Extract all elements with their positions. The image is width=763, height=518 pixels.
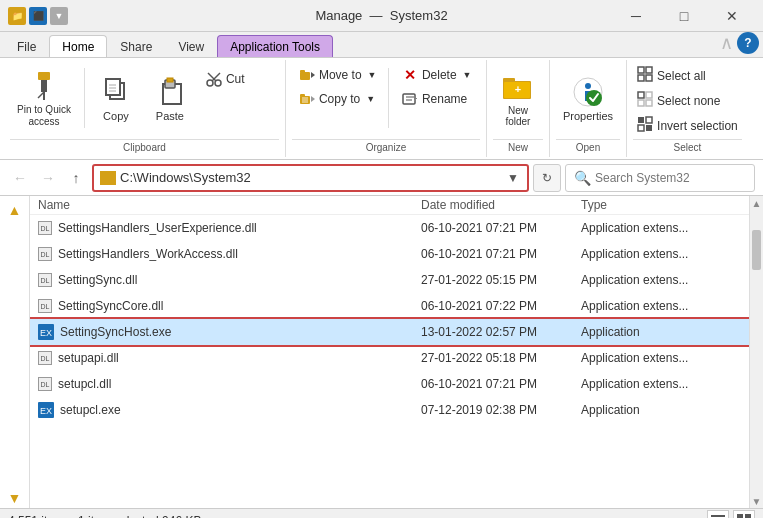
svg-text:EX: EX [40, 406, 52, 416]
scroll-down-btn[interactable]: ▼ [750, 494, 763, 508]
dll-icon: DL [38, 221, 52, 235]
title-bar-controls: ─ □ ✕ [613, 1, 755, 31]
dll-icon: DL [38, 247, 52, 261]
tab-view[interactable]: View [165, 35, 217, 57]
file-date-cell: 07-12-2019 02:38 PM [421, 403, 581, 417]
address-input[interactable] [120, 170, 501, 185]
svg-rect-43 [638, 117, 644, 123]
select-all-button[interactable]: Select all [633, 64, 742, 87]
properties-button[interactable]: Properties [556, 64, 620, 134]
file-pane: ▲ ▼ Name Date modified Type DL SettingsH… [0, 196, 763, 508]
copy-to-button[interactable]: Copy to ▼ [292, 88, 382, 110]
delete-button[interactable]: ✕ Delete ▼ [395, 64, 480, 86]
move-to-arrow: ▼ [368, 70, 377, 80]
move-copy-col: Move to ▼ Copy to ▼ [292, 64, 382, 110]
copy-to-icon [299, 91, 315, 107]
invert-selection-button[interactable]: Invert selection [633, 114, 742, 137]
vertical-scrollbar[interactable]: ▲ ▼ [749, 196, 763, 508]
file-name-cell: DL SettingSync.dll [38, 273, 421, 287]
ribbon-group-clipboard: Pin to Quickaccess Copy [4, 60, 286, 157]
address-dropdown-icon[interactable]: ▼ [505, 171, 521, 185]
maximize-button[interactable]: □ [661, 1, 707, 31]
search-icon: 🔍 [574, 170, 591, 186]
select-none-button[interactable]: Select none [633, 89, 742, 112]
tab-file[interactable]: File [4, 35, 49, 57]
tab-application-tools[interactable]: Application Tools [217, 35, 333, 57]
svg-rect-44 [646, 117, 652, 123]
file-name-cell: DL SettingsHandlers_WorkAccess.dll [38, 247, 421, 261]
up-button[interactable]: ↑ [64, 166, 88, 190]
select-content: Select all Select none [633, 64, 742, 137]
file-type-cell: Application extens... [581, 247, 741, 261]
search-input[interactable] [595, 171, 735, 185]
copy-label: Copy [103, 110, 129, 122]
column-type[interactable]: Type [581, 198, 741, 212]
copy-icon [100, 76, 132, 108]
pin-to-quick-access-button[interactable]: Pin to Quickaccess [10, 64, 78, 134]
large-icons-view-button[interactable] [733, 510, 755, 519]
organize-content: Move to ▼ Copy to ▼ [292, 64, 480, 137]
select-all-label: Select all [657, 69, 706, 83]
nav-panel: ▲ ▼ [0, 196, 30, 508]
svg-rect-1 [41, 80, 47, 92]
table-row[interactable]: DL setupcl.dll 06-10-2021 07:21 PM Appli… [30, 371, 749, 397]
svg-rect-35 [638, 67, 644, 73]
rename-button[interactable]: Rename [395, 88, 480, 110]
open-label: Open [556, 139, 620, 153]
scroll-up-btn[interactable]: ▲ [750, 196, 763, 210]
cut-button[interactable]: Cut [199, 68, 279, 90]
nav-down-arrow[interactable]: ▼ [5, 488, 25, 508]
file-name-cell: DL setupcl.dll [38, 377, 421, 391]
delete-arrow: ▼ [463, 70, 472, 80]
select-all-icon [637, 66, 653, 85]
dll-icon: DL [38, 377, 52, 391]
file-list: Name Date modified Type DL SettingsHandl… [30, 196, 749, 508]
table-row[interactable]: DL SettingSync.dll 27-01-2022 05:15 PM A… [30, 267, 749, 293]
nav-up-arrow[interactable]: ▲ [5, 200, 25, 220]
new-folder-button[interactable]: + Newfolder [493, 64, 543, 134]
app-icon-1: 📁 [8, 7, 26, 25]
rename-label: Rename [422, 92, 467, 106]
window-title: Manage — System32 [315, 8, 447, 23]
close-button[interactable]: ✕ [709, 1, 755, 31]
paste-button[interactable]: Paste [145, 64, 195, 134]
file-type-cell: Application [581, 403, 741, 417]
table-row[interactable]: DL SettingsHandlers_WorkAccess.dll 06-10… [30, 241, 749, 267]
move-to-button[interactable]: Move to ▼ [292, 64, 382, 86]
scroll-thumb[interactable] [752, 230, 761, 270]
file-date-cell: 27-01-2022 05:18 PM [421, 351, 581, 365]
file-name-cell: EX setupcl.exe [38, 402, 421, 418]
svg-rect-23 [403, 94, 415, 104]
details-view-button[interactable] [707, 510, 729, 519]
ribbon: Pin to Quickaccess Copy [0, 58, 763, 160]
refresh-button[interactable]: ↻ [533, 164, 561, 192]
table-row[interactable]: DL SettingsHandlers_UserExperience.dll 0… [30, 215, 749, 241]
svg-rect-5 [106, 79, 120, 95]
table-row[interactable]: EX setupcl.exe 07-12-2019 02:38 PM Appli… [30, 397, 749, 423]
file-rows: DL SettingsHandlers_UserExperience.dll 0… [30, 215, 749, 508]
del-rename-col: ✕ Delete ▼ Rename [395, 64, 480, 110]
table-row[interactable]: DL SettingSyncCore.dll 06-10-2021 07:22 … [30, 293, 749, 319]
file-name-text: SettingSyncHost.exe [60, 325, 171, 339]
ribbon-collapse-icon[interactable]: ∧ [720, 32, 733, 54]
svg-rect-16 [300, 72, 310, 80]
table-row[interactable]: DL setupapi.dll 27-01-2022 05:18 PM Appl… [30, 345, 749, 371]
table-row[interactable]: EX SettingSyncHost.exe 13-01-2022 02:57 … [30, 319, 749, 345]
tab-share[interactable]: Share [107, 35, 165, 57]
help-button[interactable]: ? [737, 32, 759, 54]
file-type-cell: Application extens... [581, 221, 741, 235]
svg-rect-0 [38, 72, 50, 80]
exe-icon: EX [38, 402, 54, 418]
column-name[interactable]: Name [38, 198, 421, 212]
svg-rect-37 [638, 75, 644, 81]
tab-bar: File Home Share View Application Tools ∧… [0, 32, 763, 58]
copy-button[interactable]: Copy [91, 64, 141, 134]
tab-home[interactable]: Home [49, 35, 107, 57]
minimize-button[interactable]: ─ [613, 1, 659, 31]
forward-button[interactable]: → [36, 166, 60, 190]
file-name-text: SettingSyncCore.dll [58, 299, 163, 313]
file-date-cell: 06-10-2021 07:21 PM [421, 221, 581, 235]
folder-address-icon [100, 171, 116, 185]
column-date-modified[interactable]: Date modified [421, 198, 581, 212]
back-button[interactable]: ← [8, 166, 32, 190]
